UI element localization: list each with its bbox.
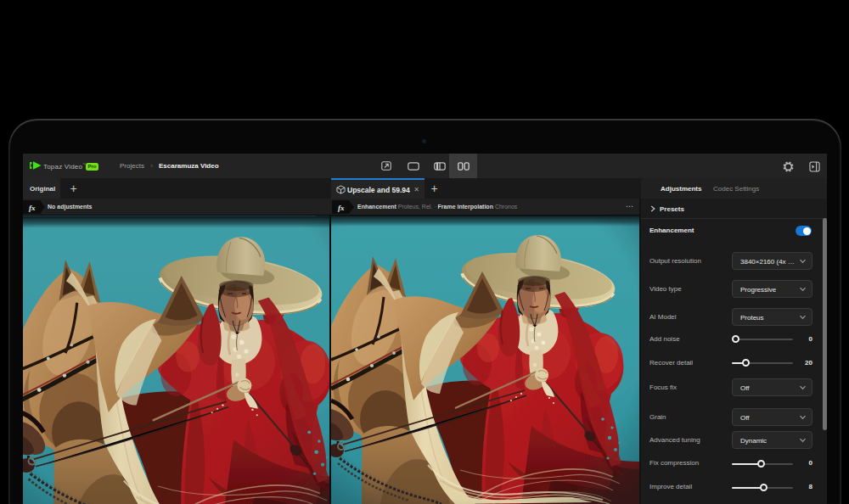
svg-text:fx: fx — [338, 204, 345, 212]
svg-text:fx: fx — [29, 204, 36, 212]
